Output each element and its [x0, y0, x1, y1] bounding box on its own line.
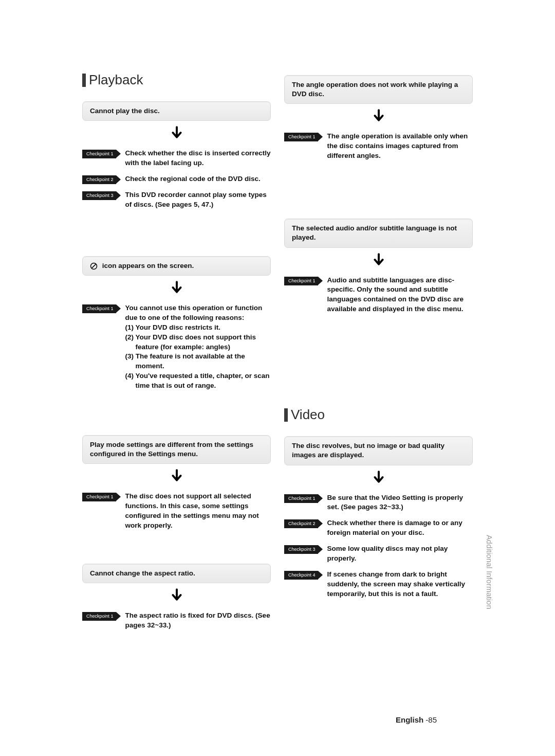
checkpoint-badge: Checkpoint 1	[82, 150, 116, 158]
heading-bar-icon	[284, 408, 288, 422]
symptom-box: Play mode settings are different from th…	[82, 435, 271, 464]
checkpoint-sublist-item: (3) The feature is not available at the …	[125, 352, 271, 371]
checkpoint-badge: Checkpoint 3	[82, 191, 116, 200]
arrow-down-icon	[372, 471, 385, 484]
symptom-box: Cannot change the aspect ratio.	[82, 564, 271, 583]
arrow-down	[82, 469, 271, 484]
symptom-text: The selected audio and/or subtitle langu…	[292, 224, 457, 241]
checkpoint-badge: Checkpoint 1	[82, 304, 116, 313]
checkpoint-row: Checkpoint 3This DVD recorder cannot pla…	[82, 190, 271, 210]
checkpoint-text: Audio and subtitle languages are disc-sp…	[327, 276, 473, 315]
checkpoint-badge: Checkpoint 2	[82, 175, 116, 184]
symptom-text: Cannot play the disc.	[90, 107, 160, 115]
footer-page-number: 85	[428, 715, 437, 724]
troubleshoot-group: icon appears on the screen.Checkpoint 1Y…	[82, 256, 271, 391]
page: PlaybackCannot play the disc.Checkpoint …	[0, 0, 555, 756]
section-heading: Playback	[82, 72, 271, 88]
arrow-down	[284, 109, 473, 124]
arrow-down	[284, 471, 473, 486]
checkpoint-text: The angle operation is available only wh…	[327, 132, 473, 161]
symptom-box: icon appears on the screen.	[82, 256, 271, 276]
footer-language: English	[396, 715, 423, 724]
troubleshoot-group: The angle operation does not work while …	[284, 75, 473, 161]
arrow-down	[82, 126, 271, 141]
arrow-down-icon	[170, 469, 183, 482]
troubleshoot-group: Cannot play the disc.Checkpoint 1Check w…	[82, 101, 271, 210]
checkpoint-badge: Checkpoint 3	[284, 545, 318, 554]
left-column: PlaybackCannot play the disc.Checkpoint …	[82, 72, 271, 646]
checkpoint-text: Some low quality discs may not play prop…	[327, 544, 473, 564]
checkpoint-sublist: (1) Your DVD disc restricts it.(2) Your …	[125, 323, 271, 391]
checkpoint-badge: Checkpoint 1	[82, 612, 116, 621]
checkpoint-text: This DVD recorder cannot play some types…	[125, 190, 271, 210]
arrow-down-icon	[170, 588, 183, 602]
troubleshoot-group: Play mode settings are different from th…	[82, 435, 271, 531]
arrow-down	[82, 281, 271, 296]
checkpoint-text: You cannot use this operation or functio…	[125, 303, 271, 391]
checkpoint-row: Checkpoint 3Some low quality discs may n…	[284, 544, 473, 564]
checkpoint-sublist-item: (2) Your DVD disc does not support this …	[125, 333, 271, 352]
arrow-down-icon	[372, 109, 385, 122]
checkpoint-badge: Checkpoint 1	[284, 133, 318, 141]
arrow-down-icon	[372, 253, 385, 266]
troubleshoot-group: The disc revolves, but no image or bad q…	[284, 436, 473, 599]
checkpoint-row: Checkpoint 2Check whether there is damag…	[284, 518, 473, 538]
checkpoint-badge: Checkpoint 1	[284, 277, 318, 285]
symptom-box: The selected audio and/or subtitle langu…	[284, 219, 473, 247]
checkpoint-badge: Checkpoint 4	[284, 571, 318, 580]
checkpoint-text: Check the regional code of the DVD disc.	[125, 174, 261, 184]
arrow-down	[284, 253, 473, 268]
heading-bar-icon	[82, 74, 86, 87]
checkpoint-text: Check whether there is damage to or any …	[327, 518, 473, 538]
checkpoint-sublist-item: (1) Your DVD disc restricts it.	[125, 323, 271, 333]
checkpoint-row: Checkpoint 1Audio and subtitle languages…	[284, 276, 473, 315]
page-footer: English -85	[396, 715, 437, 724]
symptom-text: The disc revolves, but no image or bad q…	[292, 442, 445, 459]
checkpoint-text: If scenes change from dark to bright sud…	[327, 570, 473, 599]
checkpoint-row: Checkpoint 1The angle operation is avail…	[284, 132, 473, 161]
checkpoint-row: Checkpoint 4If scenes change from dark t…	[284, 570, 473, 599]
checkpoint-row: Checkpoint 1Check whether the disc is in…	[82, 149, 271, 168]
side-tab: Additional Information	[485, 535, 493, 609]
two-column-layout: PlaybackCannot play the disc.Checkpoint …	[82, 72, 473, 646]
checkpoint-row: Checkpoint 2Check the regional code of t…	[82, 174, 271, 184]
arrow-down-icon	[170, 281, 183, 294]
checkpoint-text: Check whether the disc is inserted corre…	[125, 149, 271, 168]
troubleshoot-group: The selected audio and/or subtitle langu…	[284, 219, 473, 314]
symptom-text: icon appears on the screen.	[102, 262, 194, 269]
checkpoint-text: The disc does not support all selected f…	[125, 492, 271, 531]
section-heading: Video	[284, 407, 473, 423]
symptom-box: The disc revolves, but no image or bad q…	[284, 436, 473, 465]
arrow-down	[82, 588, 271, 604]
troubleshoot-group: Cannot change the aspect ratio.Checkpoin…	[82, 564, 271, 631]
symptom-text: Play mode settings are different from th…	[90, 441, 253, 458]
checkpoint-row: Checkpoint 1The disc does not support al…	[82, 492, 271, 531]
arrow-down-icon	[170, 126, 183, 139]
checkpoint-badge: Checkpoint 1	[284, 494, 318, 503]
checkpoint-row: Checkpoint 1You cannot use this operatio…	[82, 303, 271, 391]
section-heading-text: Video	[291, 407, 325, 423]
symptom-text: Cannot change the aspect ratio.	[90, 569, 195, 577]
checkpoint-text: The aspect ratio is fixed for DVD discs.…	[125, 611, 271, 631]
symptom-text: The angle operation does not work while …	[292, 81, 458, 98]
checkpoint-text: Be sure that the Video Setting is proper…	[327, 493, 473, 513]
checkpoint-sublist-item: (4) You've requested a title, chapter, o…	[125, 371, 271, 391]
symptom-box: Cannot play the disc.	[82, 101, 271, 121]
prohibit-icon	[90, 262, 98, 270]
right-column: The angle operation does not work while …	[284, 72, 473, 646]
checkpoint-row: Checkpoint 1The aspect ratio is fixed fo…	[82, 611, 271, 631]
footer-page-prefix: -	[423, 715, 428, 724]
checkpoint-row: Checkpoint 1Be sure that the Video Setti…	[284, 493, 473, 513]
checkpoint-badge: Checkpoint 1	[82, 493, 116, 501]
section-heading-text: Playback	[89, 72, 143, 88]
svg-line-2	[91, 264, 96, 268]
checkpoint-badge: Checkpoint 2	[284, 519, 318, 528]
symptom-box: The angle operation does not work while …	[284, 75, 473, 104]
